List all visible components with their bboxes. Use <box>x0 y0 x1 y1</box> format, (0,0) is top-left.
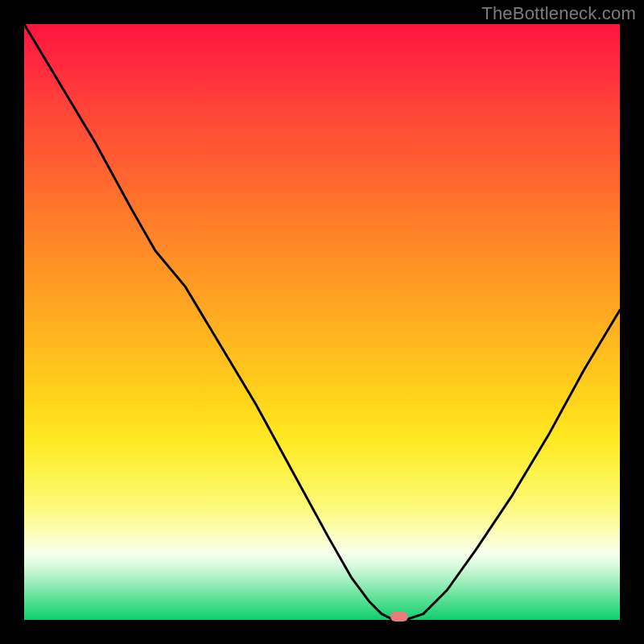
chart-frame: TheBottleneck.com <box>0 0 644 644</box>
watermark-text: TheBottleneck.com <box>481 3 636 24</box>
bottleneck-marker <box>390 612 408 621</box>
bottleneck-curve <box>24 24 620 620</box>
plot-area <box>24 24 620 620</box>
curve-svg <box>24 24 620 620</box>
